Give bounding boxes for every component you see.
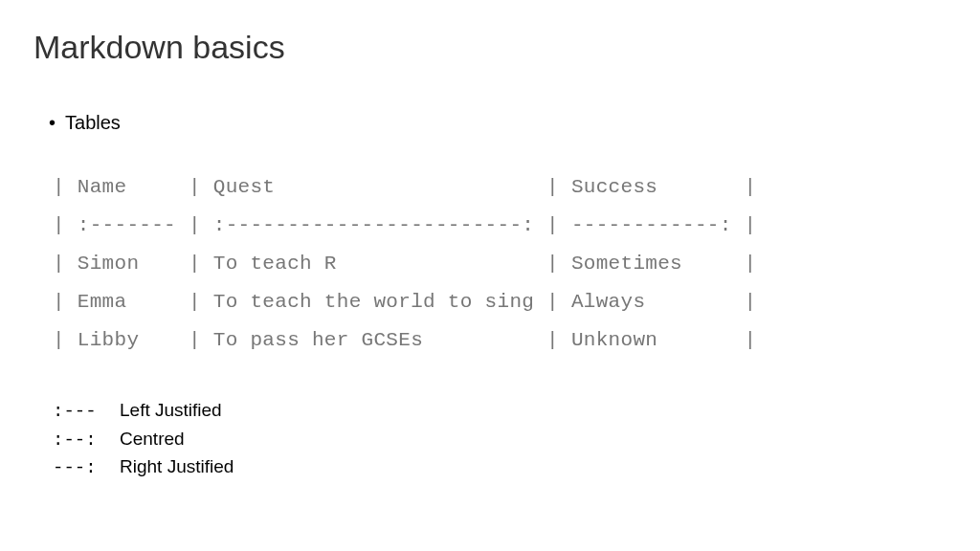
alignment-legend: :--- Left Justified :--: Centred ---: Ri… [53, 397, 947, 482]
code-line: | Simon | To teach R | Sometimes | [53, 253, 756, 275]
legend-label: Centred [120, 426, 185, 453]
legend-symbol: ---: [53, 454, 120, 482]
legend-row-center: :--: Centred [53, 426, 947, 454]
legend-label: Left Justified [120, 397, 222, 425]
code-line: | Libby | To pass her GCSEs | Unknown | [53, 329, 756, 351]
bullet-label: Tables [65, 112, 121, 134]
bullet-dot-icon: • [49, 112, 56, 134]
code-line: | Name | Quest | Success | [53, 176, 756, 198]
legend-row-left: :--- Left Justified [53, 397, 947, 426]
bullet-tables: • Tables [49, 112, 947, 134]
legend-row-right: ---: Right Justified [53, 453, 947, 482]
code-line: | :------- | :------------------------: … [53, 214, 756, 236]
legend-symbol: :--- [53, 398, 120, 426]
legend-symbol: :--: [53, 427, 120, 454]
slide-title: Markdown basics [33, 29, 947, 66]
code-line: | Emma | To teach the world to sing | Al… [53, 291, 756, 313]
markdown-table-code: | Name | Quest | Success | | :------- | … [53, 168, 947, 359]
legend-label: Right Justified [120, 453, 234, 481]
